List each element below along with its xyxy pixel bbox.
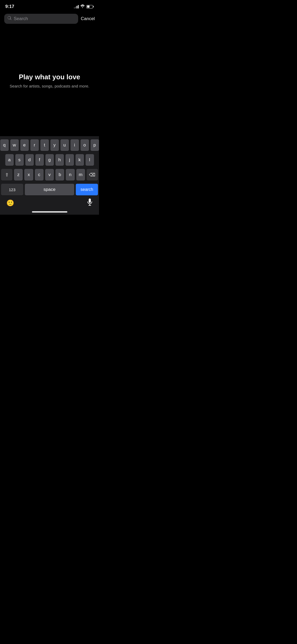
wifi-icon <box>80 4 85 9</box>
shift-icon: ⇧ <box>5 172 9 178</box>
keyboard-bottom-row: 123 space search <box>1 184 98 196</box>
key-s[interactable]: s <box>15 154 24 166</box>
key-w[interactable]: w <box>10 139 19 151</box>
keyboard-row-1: q w e r t y u i o p <box>1 139 98 151</box>
key-e[interactable]: e <box>20 139 29 151</box>
key-r[interactable]: r <box>30 139 39 151</box>
keyboard: q w e r t y u i o p a s d f g h j k l ⇧ … <box>0 136 99 215</box>
key-n[interactable]: n <box>66 169 74 181</box>
key-d[interactable]: d <box>25 154 34 166</box>
key-h[interactable]: h <box>55 154 64 166</box>
delete-icon: ⌫ <box>89 172 95 178</box>
key-z[interactable]: z <box>14 169 23 181</box>
battery-icon <box>86 5 94 8</box>
key-g[interactable]: g <box>45 154 54 166</box>
key-k[interactable]: k <box>76 154 84 166</box>
microphone-icon <box>87 199 93 206</box>
key-a[interactable]: a <box>5 154 14 166</box>
key-u[interactable]: u <box>60 139 69 151</box>
key-l[interactable]: l <box>86 154 94 166</box>
space-key[interactable]: space <box>25 184 74 195</box>
key-f[interactable]: f <box>35 154 44 166</box>
home-indicator <box>32 211 67 213</box>
key-i[interactable]: i <box>70 139 79 151</box>
search-key[interactable]: search <box>76 184 98 195</box>
search-input-wrapper[interactable] <box>4 14 78 24</box>
key-p[interactable]: p <box>91 139 99 151</box>
delete-key[interactable]: ⌫ <box>87 169 98 181</box>
key-v[interactable]: v <box>45 169 54 181</box>
key-j[interactable]: j <box>65 154 74 166</box>
numbers-key[interactable]: 123 <box>1 184 23 195</box>
status-bar: 9:17 <box>0 0 99 12</box>
search-icon <box>7 16 12 21</box>
search-bar-container: Cancel <box>0 12 99 27</box>
keyboard-row-2: a s d f g h j k l <box>1 154 98 166</box>
key-b[interactable]: b <box>55 169 64 181</box>
shift-key[interactable]: ⇧ <box>1 169 12 181</box>
key-m[interactable]: m <box>76 169 85 181</box>
signal-icon <box>74 5 79 8</box>
key-c[interactable]: c <box>35 169 44 181</box>
status-icons <box>74 4 94 9</box>
cancel-button[interactable]: Cancel <box>81 16 95 21</box>
key-y[interactable]: y <box>50 139 59 151</box>
main-content: Play what you love Search for artists, s… <box>0 27 99 134</box>
key-x[interactable]: x <box>24 169 33 181</box>
key-t[interactable]: t <box>40 139 49 151</box>
key-o[interactable]: o <box>81 139 89 151</box>
svg-rect-0 <box>89 199 91 203</box>
emoji-icon: 🙂 <box>6 199 14 206</box>
keyboard-row-3: ⇧ z x c v b n m ⌫ <box>1 169 98 181</box>
microphone-button[interactable] <box>87 199 93 207</box>
key-q[interactable]: q <box>0 139 9 151</box>
play-subtitle: Search for artists, songs, podcasts and … <box>10 84 89 88</box>
search-input[interactable] <box>14 16 75 21</box>
emoji-button[interactable]: 🙂 <box>6 199 14 207</box>
status-time: 9:17 <box>5 4 14 9</box>
play-title: Play what you love <box>19 73 80 81</box>
